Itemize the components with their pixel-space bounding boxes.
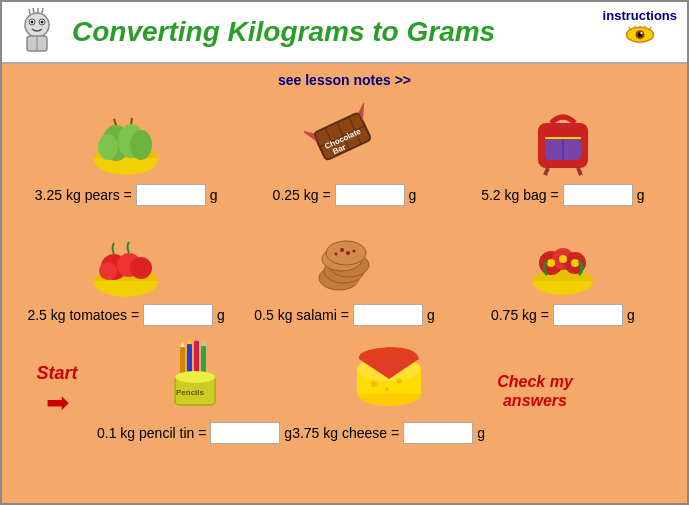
- svg-marker-68: [187, 339, 192, 344]
- pencil-cell: Pencils 0.1 kg pencil tin = g: [97, 338, 292, 444]
- instructions-link[interactable]: instructions: [603, 8, 677, 45]
- svg-line-25: [114, 119, 116, 125]
- q8-unit: g: [477, 425, 485, 441]
- q6-label: 0.75 kg =: [491, 307, 549, 323]
- svg-line-26: [131, 118, 132, 124]
- q5-input[interactable]: [353, 304, 423, 326]
- q5-label: 0.5 kg salami =: [254, 307, 349, 323]
- cheese-image: [349, 339, 429, 417]
- svg-point-80: [385, 387, 389, 391]
- instructions-label: instructions: [603, 8, 677, 23]
- chocolate-cell: Chocolate Bar 0.25 kg = g: [235, 96, 453, 210]
- page-title: Converting Kilograms to Grams: [72, 16, 495, 48]
- svg-point-61: [547, 259, 555, 267]
- tomatoes-image: [86, 223, 166, 298]
- eye-icon: [625, 25, 655, 45]
- bag-cell: 5.2 kg bag = g: [454, 96, 672, 210]
- check-label[interactable]: Check my answers: [485, 372, 585, 410]
- svg-point-47: [99, 262, 117, 280]
- start-section: Start ➡: [17, 363, 97, 419]
- main-content: see lesson notes >>: [2, 64, 687, 503]
- svg-line-10: [42, 8, 43, 13]
- q3-input[interactable]: [563, 184, 633, 206]
- q3-label: 5.2 kg bag =: [481, 187, 558, 203]
- svg-marker-71: [180, 342, 185, 347]
- svg-line-8: [33, 8, 34, 13]
- start-label[interactable]: Start: [36, 363, 77, 384]
- flowers-image: [523, 223, 603, 298]
- q7-unit: g: [284, 425, 292, 441]
- svg-point-24: [98, 134, 118, 160]
- svg-line-7: [29, 9, 30, 14]
- header: Converting Kilograms to Grams instructio…: [2, 2, 687, 64]
- q1-input[interactable]: [136, 184, 206, 206]
- q2-unit: g: [409, 187, 417, 203]
- svg-point-79: [396, 379, 401, 384]
- flowers-cell: 0.75 kg = g: [454, 216, 672, 330]
- svg-text:Pencils: Pencils: [176, 388, 205, 397]
- svg-point-62: [559, 255, 567, 263]
- svg-line-42: [578, 168, 581, 175]
- tomatoes-cell: 2.5 kg tomatoes = g: [17, 216, 235, 330]
- cheese-cell: 3.75 kg cheese = g: [292, 338, 485, 444]
- svg-point-55: [335, 252, 338, 255]
- q7-label: 0.1 kg pencil tin =: [97, 425, 206, 441]
- salami-cell: 0.5 kg salami = g: [235, 216, 453, 330]
- q3-unit: g: [637, 187, 645, 203]
- svg-point-46: [130, 257, 152, 279]
- q2-label: 0.25 kg =: [273, 187, 331, 203]
- svg-point-4: [41, 21, 44, 24]
- svg-line-18: [644, 26, 645, 28]
- pears-image: [86, 103, 166, 178]
- q8-label: 3.75 kg cheese =: [292, 425, 399, 441]
- svg-marker-70: [201, 341, 206, 346]
- robot-icon: [12, 7, 62, 57]
- q1-label: 3.25 kg pears =: [35, 187, 132, 203]
- svg-point-78: [371, 381, 377, 387]
- q2-input[interactable]: [335, 184, 405, 206]
- bag-image: [523, 103, 603, 178]
- pencils-image: Pencils: [157, 339, 232, 417]
- svg-point-63: [571, 259, 579, 267]
- salami-image: [304, 223, 384, 298]
- svg-point-56: [353, 249, 356, 252]
- svg-point-0: [25, 13, 49, 37]
- svg-line-41: [545, 168, 548, 175]
- q4-input[interactable]: [143, 304, 213, 326]
- start-arrow-icon[interactable]: ➡: [46, 386, 69, 419]
- q4-label: 2.5 kg tomatoes =: [27, 307, 139, 323]
- svg-point-73: [175, 371, 215, 383]
- svg-point-23: [130, 130, 152, 160]
- svg-point-14: [640, 32, 642, 34]
- svg-point-54: [346, 251, 350, 255]
- q5-unit: g: [427, 307, 435, 323]
- q4-unit: g: [217, 307, 225, 323]
- chocolate-image: Chocolate Bar: [304, 103, 384, 178]
- q7-input[interactable]: [210, 422, 280, 444]
- q1-unit: g: [210, 187, 218, 203]
- svg-point-3: [31, 21, 34, 24]
- svg-marker-69: [194, 339, 199, 341]
- svg-point-53: [340, 248, 344, 252]
- q6-unit: g: [627, 307, 635, 323]
- svg-line-16: [635, 26, 636, 28]
- q8-input[interactable]: [403, 422, 473, 444]
- q6-input[interactable]: [553, 304, 623, 326]
- lesson-notes-link[interactable]: see lesson notes >>: [17, 72, 672, 88]
- check-answers-button[interactable]: Check my answers: [485, 372, 585, 410]
- pears-cell: 3.25 kg pears = g: [17, 96, 235, 210]
